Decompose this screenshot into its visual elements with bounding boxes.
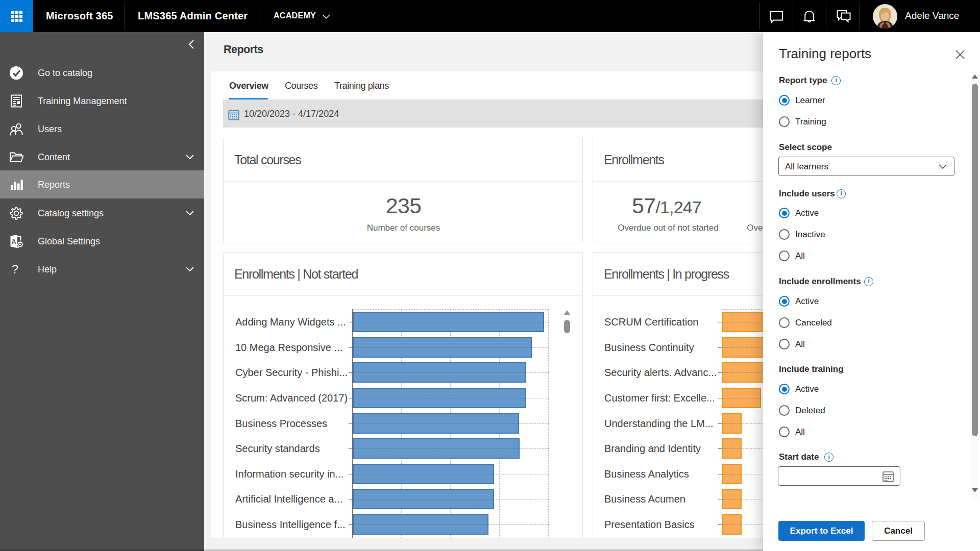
svg-text:A: A — [12, 238, 16, 245]
